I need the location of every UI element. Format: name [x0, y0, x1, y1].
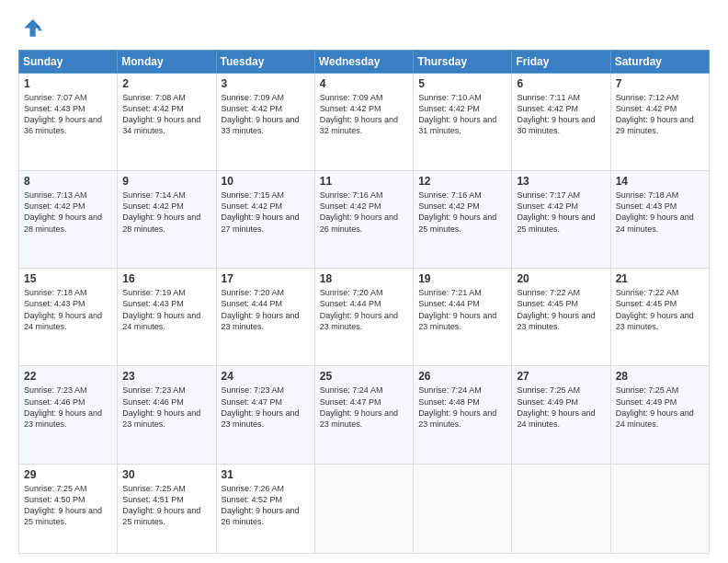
calendar-cell: 27 Sunrise: 7:25 AMSunset: 4:49 PMDaylig…: [512, 366, 610, 464]
col-header-thursday: Thursday: [414, 51, 512, 74]
day-number: 9: [122, 175, 210, 188]
calendar-cell: 2 Sunrise: 7:08 AMSunset: 4:42 PMDayligh…: [118, 74, 216, 171]
day-info: Sunrise: 7:20 AMSunset: 4:44 PMDaylight:…: [222, 288, 300, 330]
day-info: Sunrise: 7:08 AMSunset: 4:42 PMDaylight:…: [122, 93, 200, 135]
calendar-cell: 19 Sunrise: 7:21 AMSunset: 4:44 PMDaylig…: [414, 269, 512, 366]
day-info: Sunrise: 7:15 AMSunset: 4:42 PMDaylight:…: [222, 190, 300, 233]
calendar-cell: 1 Sunrise: 7:07 AMSunset: 4:43 PMDayligh…: [19, 74, 118, 171]
calendar-cell: 4 Sunrise: 7:09 AMSunset: 4:42 PMDayligh…: [314, 74, 413, 171]
day-number: 11: [320, 175, 408, 188]
col-header-wednesday: Wednesday: [314, 51, 413, 74]
day-number: 15: [24, 272, 112, 285]
day-number: 18: [320, 272, 408, 285]
calendar-table: SundayMondayTuesdayWednesdayThursdayFrid…: [18, 50, 710, 554]
calendar-cell: 6 Sunrise: 7:11 AMSunset: 4:42 PMDayligh…: [512, 74, 610, 171]
day-info: Sunrise: 7:22 AMSunset: 4:45 PMDaylight:…: [517, 288, 595, 330]
col-header-saturday: Saturday: [610, 51, 709, 74]
calendar-cell: 24 Sunrise: 7:23 AMSunset: 4:47 PMDaylig…: [216, 366, 314, 464]
day-number: 25: [320, 370, 408, 383]
day-number: 29: [24, 468, 112, 481]
calendar-cell: [610, 464, 709, 553]
calendar-cell: 10 Sunrise: 7:15 AMSunset: 4:42 PMDaylig…: [216, 171, 314, 269]
calendar-week-4: 22 Sunrise: 7:23 AMSunset: 4:46 PMDaylig…: [19, 366, 710, 464]
day-info: Sunrise: 7:07 AMSunset: 4:43 PMDaylight:…: [24, 93, 102, 135]
calendar-cell: [512, 464, 610, 553]
day-info: Sunrise: 7:14 AMSunset: 4:42 PMDaylight:…: [122, 190, 200, 233]
calendar-cell: 14 Sunrise: 7:18 AMSunset: 4:43 PMDaylig…: [610, 171, 709, 269]
day-number: 3: [222, 77, 310, 90]
logo-icon: [18, 17, 44, 42]
day-number: 16: [122, 272, 210, 285]
day-number: 21: [616, 272, 704, 285]
day-info: Sunrise: 7:21 AMSunset: 4:44 PMDaylight:…: [418, 288, 496, 330]
day-info: Sunrise: 7:09 AMSunset: 4:42 PMDaylight:…: [222, 93, 300, 135]
day-number: 1: [24, 77, 112, 90]
col-header-friday: Friday: [512, 51, 610, 74]
day-number: 14: [616, 175, 704, 188]
calendar-cell: 5 Sunrise: 7:10 AMSunset: 4:42 PMDayligh…: [414, 74, 512, 171]
day-info: Sunrise: 7:22 AMSunset: 4:45 PMDaylight:…: [616, 288, 694, 330]
col-header-sunday: Sunday: [19, 51, 118, 74]
logo: [18, 17, 48, 42]
day-number: 17: [222, 272, 310, 285]
day-info: Sunrise: 7:26 AMSunset: 4:52 PMDaylight:…: [222, 484, 300, 526]
calendar-header-row: SundayMondayTuesdayWednesdayThursdayFrid…: [19, 51, 710, 74]
calendar-week-5: 29 Sunrise: 7:25 AMSunset: 4:50 PMDaylig…: [19, 464, 710, 553]
day-info: Sunrise: 7:12 AMSunset: 4:42 PMDaylight:…: [616, 93, 694, 135]
calendar-cell: 12 Sunrise: 7:16 AMSunset: 4:42 PMDaylig…: [414, 171, 512, 269]
calendar-cell: 26 Sunrise: 7:24 AMSunset: 4:48 PMDaylig…: [414, 366, 512, 464]
calendar-cell: 3 Sunrise: 7:09 AMSunset: 4:42 PMDayligh…: [216, 74, 314, 171]
day-number: 5: [418, 77, 506, 90]
day-number: 8: [24, 175, 112, 188]
calendar-cell: 28 Sunrise: 7:25 AMSunset: 4:49 PMDaylig…: [610, 366, 709, 464]
day-info: Sunrise: 7:09 AMSunset: 4:42 PMDaylight:…: [320, 93, 398, 135]
day-info: Sunrise: 7:17 AMSunset: 4:42 PMDaylight:…: [517, 190, 595, 233]
day-number: 24: [222, 370, 310, 383]
calendar-cell: 22 Sunrise: 7:23 AMSunset: 4:46 PMDaylig…: [19, 366, 118, 464]
day-info: Sunrise: 7:23 AMSunset: 4:47 PMDaylight:…: [222, 385, 300, 428]
calendar-cell: 9 Sunrise: 7:14 AMSunset: 4:42 PMDayligh…: [118, 171, 216, 269]
calendar-week-1: 1 Sunrise: 7:07 AMSunset: 4:43 PMDayligh…: [19, 74, 710, 171]
calendar-cell: 13 Sunrise: 7:17 AMSunset: 4:42 PMDaylig…: [512, 171, 610, 269]
day-number: 20: [517, 272, 605, 285]
day-info: Sunrise: 7:23 AMSunset: 4:46 PMDaylight:…: [122, 385, 200, 428]
calendar-cell: 20 Sunrise: 7:22 AMSunset: 4:45 PMDaylig…: [512, 269, 610, 366]
day-info: Sunrise: 7:25 AMSunset: 4:50 PMDaylight:…: [24, 484, 102, 526]
calendar-cell: [314, 464, 413, 553]
day-number: 2: [122, 77, 210, 90]
calendar-cell: 7 Sunrise: 7:12 AMSunset: 4:42 PMDayligh…: [610, 74, 709, 171]
day-info: Sunrise: 7:25 AMSunset: 4:49 PMDaylight:…: [517, 385, 595, 428]
day-info: Sunrise: 7:25 AMSunset: 4:51 PMDaylight:…: [122, 484, 200, 526]
calendar-cell: 18 Sunrise: 7:20 AMSunset: 4:44 PMDaylig…: [314, 269, 413, 366]
day-number: 30: [122, 468, 210, 481]
day-number: 26: [418, 370, 506, 383]
calendar-cell: 8 Sunrise: 7:13 AMSunset: 4:42 PMDayligh…: [19, 171, 118, 269]
day-number: 13: [517, 175, 605, 188]
day-info: Sunrise: 7:18 AMSunset: 4:43 PMDaylight:…: [24, 288, 102, 330]
calendar-cell: 17 Sunrise: 7:20 AMSunset: 4:44 PMDaylig…: [216, 269, 314, 366]
day-info: Sunrise: 7:19 AMSunset: 4:43 PMDaylight:…: [122, 288, 200, 330]
calendar-cell: 23 Sunrise: 7:23 AMSunset: 4:46 PMDaylig…: [118, 366, 216, 464]
day-info: Sunrise: 7:23 AMSunset: 4:46 PMDaylight:…: [24, 385, 102, 428]
col-header-tuesday: Tuesday: [216, 51, 314, 74]
day-info: Sunrise: 7:20 AMSunset: 4:44 PMDaylight:…: [320, 288, 398, 330]
calendar-cell: 31 Sunrise: 7:26 AMSunset: 4:52 PMDaylig…: [216, 464, 314, 553]
day-number: 10: [222, 175, 310, 188]
day-number: 27: [517, 370, 605, 383]
calendar-cell: 16 Sunrise: 7:19 AMSunset: 4:43 PMDaylig…: [118, 269, 216, 366]
calendar-cell: [414, 464, 512, 553]
day-number: 23: [122, 370, 210, 383]
day-number: 31: [222, 468, 310, 481]
day-info: Sunrise: 7:10 AMSunset: 4:42 PMDaylight:…: [418, 93, 496, 135]
day-number: 19: [418, 272, 506, 285]
day-info: Sunrise: 7:25 AMSunset: 4:49 PMDaylight:…: [616, 385, 694, 428]
day-info: Sunrise: 7:11 AMSunset: 4:42 PMDaylight:…: [517, 93, 595, 135]
day-number: 7: [616, 77, 704, 90]
calendar-cell: 11 Sunrise: 7:16 AMSunset: 4:42 PMDaylig…: [314, 171, 413, 269]
day-number: 6: [517, 77, 605, 90]
day-number: 4: [320, 77, 408, 90]
day-info: Sunrise: 7:16 AMSunset: 4:42 PMDaylight:…: [320, 190, 398, 233]
calendar-week-3: 15 Sunrise: 7:18 AMSunset: 4:43 PMDaylig…: [19, 269, 710, 366]
day-info: Sunrise: 7:24 AMSunset: 4:47 PMDaylight:…: [320, 385, 398, 428]
calendar-cell: 21 Sunrise: 7:22 AMSunset: 4:45 PMDaylig…: [610, 269, 709, 366]
